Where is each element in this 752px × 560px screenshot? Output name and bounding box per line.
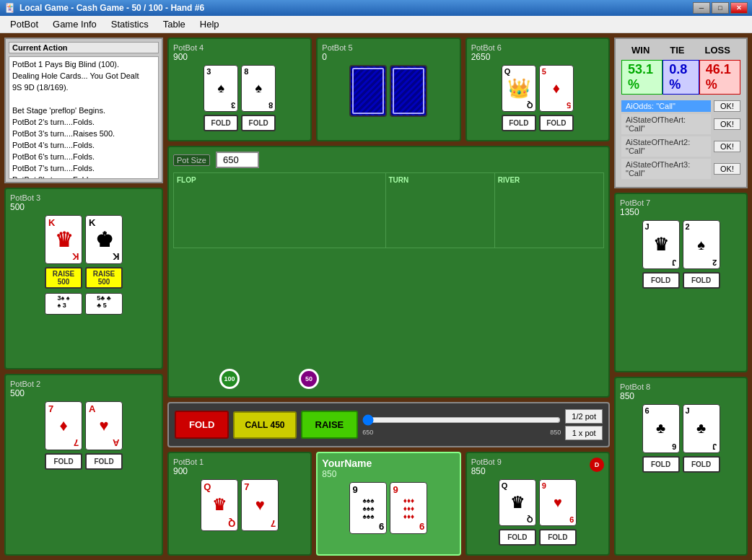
chip-purple: 50: [299, 369, 319, 389]
potbot6-cards: Q 👑 Q FOLD 5 ♦ 5 FOLD: [471, 65, 604, 133]
one-pot-button[interactable]: 1 x pot: [565, 426, 603, 440]
potbot8-cards: 6 ♣ 6 FOLD J ♣ J FOLD: [620, 404, 742, 474]
title-bar: 🃏 Local Game - Cash Game - 50 / 100 - Ha…: [0, 0, 752, 16]
potbot3-card1: K ♛ K: [45, 215, 82, 264]
ai-label-2: AiStateOfTheArt2: "Call": [621, 136, 711, 157]
potbot9-panel: PotBot 9 850 D Q ♛ Q FOLD: [465, 452, 610, 556]
potbot8-card1: 6 ♣ 6: [642, 404, 680, 453]
river-label: RIVER: [498, 176, 600, 184]
potbot4-name: PotBot 4: [173, 43, 306, 52]
window-icon: 🃏: [4, 3, 15, 13]
potbot7-card1: J ♛ J: [642, 220, 680, 269]
potbot2-panel: PotBot 2 500 7 ♦ 7 FOLD A ♥ A: [4, 374, 163, 556]
chip-green: 100: [219, 369, 240, 389]
potbot8-chips: 850: [620, 391, 742, 401]
potbot3-raise2: RAISE500: [85, 267, 123, 289]
potbot9-name: PotBot 9: [471, 458, 502, 466]
potbot9-card1: Q ♛ Q: [499, 479, 536, 526]
ai-label-1: AiStateOfTheArt: "Call": [621, 114, 711, 134]
potbot4-cards: 3 ♠ 3 FOLD 8 ♠ 8 FOLD: [173, 65, 306, 133]
yourname-card2: 9 ♦♦♦♦♦♦♦♦♦ 9: [390, 482, 427, 534]
loss-label: LOSS: [705, 45, 730, 56]
action-log[interactable]: PotBot 1 Pays Big Blind (100). Dealing H…: [9, 56, 159, 179]
dealer-button: D: [590, 458, 604, 472]
potbot6-card2: 5 ♦ 5: [539, 65, 574, 112]
tie-col: TIE: [670, 45, 684, 56]
potbot9-fold2: FOLD: [539, 529, 577, 546]
minimize-button[interactable]: ─: [693, 2, 710, 14]
raise-button[interactable]: RAISE: [301, 411, 359, 439]
potbot4-panel: PotBot 4 900 3 ♠ 3 FOLD 8 ♠: [167, 38, 312, 141]
potbot3-bottom-cards: 3♠ ♠♠ 3 5♣ ♣♣ 5: [10, 293, 157, 315]
log-line: PotBot 6's turn....Folds.: [12, 151, 155, 162]
ai-label-0: AiOdds: "Call": [621, 100, 711, 112]
potbot6-chips: 2650: [471, 52, 604, 62]
potbot8-panel: PotBot 8 850 6 ♣ 6 FOLD J ♣ J: [614, 377, 748, 556]
potbot5-name: PotBot 5: [322, 43, 455, 52]
turn-label: TURN: [389, 176, 491, 184]
menu-statistics[interactable]: Statistics: [104, 17, 156, 31]
maximize-button[interactable]: □: [712, 2, 729, 14]
potbot5-card1: [349, 65, 387, 117]
potbot6-panel: PotBot 6 2650 Q 👑 Q FOLD 5 ♦: [465, 38, 610, 141]
flop-label: FLOP: [177, 176, 382, 184]
potbot2-fold2: FOLD: [85, 453, 123, 470]
menu-table[interactable]: Table: [156, 17, 193, 31]
stats-panel: WIN TIE LOSS 53.1 % 0.8 % 46.1 % AiOdds:…: [614, 38, 748, 188]
potbot7-fold2: FOLD: [683, 272, 720, 289]
potbot2-cards: 7 ♦ 7 FOLD A ♥ A FOLD: [10, 401, 157, 471]
potbot2-card2: A ♥ A: [85, 401, 123, 450]
potbot5-chips: 0: [322, 52, 455, 62]
potbot1-panel: PotBot 1 900 Q ♛ Q 7 ♥ 7: [167, 452, 312, 556]
call-button[interactable]: CALL 450: [233, 411, 296, 439]
potbot1-chips: 900: [173, 466, 306, 476]
menu-help[interactable]: Help: [193, 17, 227, 31]
turn-area: [389, 187, 491, 245]
log-line: PotBot 1 Pays Big Blind (100).: [12, 58, 155, 70]
current-action-panel: Current Action PotBot 1 Pays Big Blind (…: [4, 38, 163, 183]
half-pot-button[interactable]: 1/2 pot: [565, 409, 603, 424]
flop-area: [177, 187, 382, 245]
yourname-chips: 850: [322, 469, 372, 479]
menu-gameinfo[interactable]: Game Info: [45, 17, 104, 31]
potbot3-panel: PotBot 3 500 K ♛ K RAISE500 K ♚: [4, 188, 163, 369]
fold-button[interactable]: FOLD: [175, 411, 229, 439]
potbot6-fold1: FOLD: [502, 115, 536, 131]
ai-ok-1[interactable]: OK!: [714, 118, 740, 130]
potbot5-cards: [322, 65, 455, 117]
potbot3-chips: 500: [10, 202, 157, 212]
potbot3-raise1: RAISE500: [45, 267, 82, 289]
potbot4-fold1: FOLD: [204, 115, 238, 131]
potbot6-card1: Q 👑 Q: [502, 65, 536, 112]
potbot5-card2: [390, 65, 427, 117]
potbot9-card2: 9 ♥ 9: [539, 479, 577, 526]
potbot7-cards: J ♛ J FOLD 2 ♠ 2 FOLD: [620, 220, 742, 290]
river-area: [498, 187, 600, 245]
ai-row-1: AiStateOfTheArt: "Call" OK!: [621, 114, 740, 134]
ai-ok-3[interactable]: OK!: [714, 163, 740, 175]
log-line: PotBot 7's turn....Folds.: [12, 162, 155, 174]
close-button[interactable]: ✕: [730, 2, 748, 14]
potbot9-cards: Q ♛ Q FOLD 9 ♥ 9 FOLD: [471, 479, 604, 547]
potbot4-fold2: FOLD: [241, 115, 276, 131]
window-title: Local Game - Cash Game - 50 / 100 - Hand…: [19, 3, 204, 13]
potbot3-name: PotBot 3: [10, 193, 157, 202]
ai-row-0: AiOdds: "Call" OK!: [621, 100, 740, 112]
pot-label: Pot Size: [173, 154, 210, 166]
potbot3-card2: K ♚ K: [85, 215, 123, 264]
potbot2-fold1: FOLD: [45, 453, 82, 470]
menu-potbot[interactable]: PotBot: [3, 17, 45, 31]
action-area: FOLD CALL 450 RAISE 650 850 1/2 pot 1 x …: [167, 402, 610, 447]
potbot9-chips: 850: [471, 466, 502, 476]
log-line: 9S 9D (18/169).: [12, 82, 155, 93]
tie-value: 0.8 %: [663, 60, 699, 95]
bet-slider[interactable]: [362, 414, 561, 426]
potbot2-name: PotBot 2: [10, 380, 157, 388]
win-value: 53.1 %: [621, 60, 663, 95]
potbot1-name: PotBot 1: [173, 458, 306, 466]
potbot8-name: PotBot 8: [620, 382, 742, 391]
ai-ok-2[interactable]: OK!: [714, 141, 740, 152]
potbot7-card2: 2 ♠ 2: [683, 220, 720, 269]
ai-ok-0[interactable]: OK!: [714, 100, 740, 112]
current-action-title: Current Action: [9, 42, 159, 53]
